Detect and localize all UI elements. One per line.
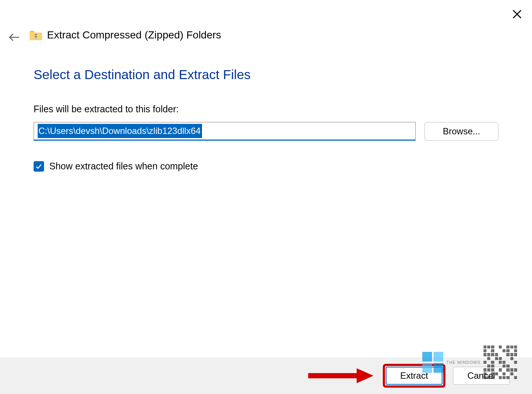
dialog-footer: Extract Cancel — [0, 357, 532, 394]
main-content: Select a Destination and Extract Files F… — [34, 67, 498, 172]
page-heading: Select a Destination and Extract Files — [34, 67, 498, 82]
title-bar: Extract Compressed (Zipped) Folders — [29, 29, 221, 41]
browse-button[interactable]: Browse... — [425, 122, 498, 141]
svg-rect-4 — [35, 34, 37, 35]
close-button[interactable] — [510, 7, 525, 22]
destination-path-input[interactable] — [34, 122, 415, 140]
checkmark-icon — [35, 163, 43, 170]
svg-marker-7 — [357, 368, 373, 383]
annotation-arrow-icon — [308, 366, 375, 385]
path-label: Files will be extracted to this folder: — [34, 104, 498, 115]
svg-rect-6 — [308, 373, 357, 378]
cancel-button[interactable]: Cancel — [453, 367, 510, 385]
close-icon — [512, 9, 522, 19]
zip-folder-icon — [29, 29, 43, 41]
destination-path-field[interactable]: C:\Users\devsh\Downloads\zlib123dllx64 — [34, 122, 416, 141]
extract-button[interactable]: Extract — [386, 367, 442, 385]
annotation-highlight: Extract — [383, 364, 445, 388]
show-files-checkbox[interactable] — [34, 161, 44, 172]
svg-rect-5 — [35, 36, 37, 37]
back-button[interactable] — [7, 30, 22, 45]
window-title: Extract Compressed (Zipped) Folders — [47, 29, 221, 41]
back-arrow-icon — [9, 33, 20, 42]
show-files-label: Show extracted files when complete — [49, 161, 198, 172]
